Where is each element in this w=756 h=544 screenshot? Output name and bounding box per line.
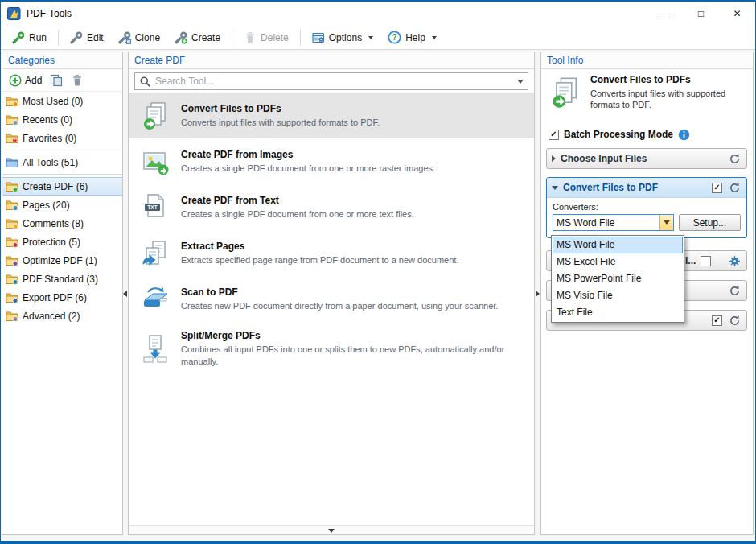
convert-files-section-label: Convert Files to PDF <box>563 182 707 193</box>
hidden-section-checkbox[interactable] <box>712 315 722 326</box>
info-icon[interactable] <box>678 129 690 141</box>
options-dropdown-icon <box>368 36 373 39</box>
folder-recents-icon <box>6 113 18 126</box>
dropdown-option-ms-powerpoint-file[interactable]: MS PowerPoint File <box>553 270 683 287</box>
converter-dropdown: MS Word FileMS Excel FileMS PowerPoint F… <box>551 235 684 323</box>
choose-input-files-section[interactable]: Choose Input Files <box>546 148 747 169</box>
category-item-export-pdf[interactable]: Export PDF (6) <box>2 288 122 307</box>
dropdown-option-ms-word-file[interactable]: MS Word File <box>553 237 683 253</box>
options-button[interactable]: Options <box>306 29 380 47</box>
tools-panel-header-label: Create PDF <box>134 55 185 66</box>
tool-description: Creates new PDF document directly from a… <box>181 300 498 312</box>
convert-files-icon <box>140 101 171 131</box>
search-box[interactable] <box>134 72 528 90</box>
category-item-pages[interactable]: Pages (20) <box>2 196 122 214</box>
category-label: Optimize PDF (1) <box>23 255 97 266</box>
run-icon <box>12 31 25 44</box>
reset-icon[interactable] <box>727 180 742 195</box>
convert-files-section-header[interactable]: Convert Files to PDF <box>547 178 746 198</box>
hidden-section-label: i... <box>685 255 696 266</box>
tool-info-text: Convert Files to PDFs Converts input fil… <box>590 74 739 121</box>
tools-panel-header: Create PDF <box>129 52 534 69</box>
pdf-from-images-icon <box>140 146 171 177</box>
category-item-all-tools[interactable]: All Tools (51) <box>2 153 122 171</box>
clone-button[interactable]: Clone <box>112 29 166 47</box>
folder-pages-icon <box>6 199 18 212</box>
search-dropdown-icon[interactable] <box>517 80 524 84</box>
delete-category-button[interactable] <box>71 74 84 87</box>
add-category-button[interactable]: Add <box>9 74 42 87</box>
tool-item-extract-pages[interactable]: Extract PagesExtracts specified page ran… <box>129 231 534 276</box>
folder-favorites-icon <box>6 132 18 145</box>
category-label: Advanced (2) <box>23 311 80 322</box>
svg-text:TXT: TXT <box>147 204 157 210</box>
convert-files-section: Convert Files to PDF Converters: MS Word… <box>546 177 747 238</box>
tool-item-scan-to-pdf[interactable]: Scan to PDFCreates new PDF document dire… <box>129 277 534 322</box>
folder-all-tools-icon <box>6 156 18 169</box>
run-button[interactable]: Run <box>6 29 53 47</box>
category-label: Export PDF (6) <box>23 292 87 303</box>
bottom-splitter[interactable] <box>129 525 534 534</box>
pdf-from-text-icon: TXT <box>140 192 171 223</box>
tool-item-split-merge-pdfs[interactable]: Split/Merge PDFsCombines all input PDFs … <box>129 323 534 375</box>
add-icon <box>9 74 22 87</box>
tool-info-panel: Tool Info Convert Files to PDFs Converts… <box>540 52 754 535</box>
help-button[interactable]: ? Help <box>381 28 443 47</box>
search-input[interactable] <box>155 76 513 87</box>
converters-combobox[interactable]: MS Word File <box>553 214 674 231</box>
tool-item-create-pdf-from-text[interactable]: TXTCreate PDF from TextCreates a single … <box>129 185 534 230</box>
category-item-comments[interactable]: Comments (8) <box>2 214 122 233</box>
convert-section-checkbox[interactable] <box>712 183 722 193</box>
expand-icon[interactable] <box>552 155 556 162</box>
create-button[interactable]: Create <box>168 29 227 47</box>
create-icon <box>175 31 187 44</box>
collapse-right-icon <box>536 291 540 297</box>
choose-input-files-label: Choose Input Files <box>561 153 647 164</box>
dropdown-option-ms-visio-file[interactable]: MS Visio File <box>553 287 683 304</box>
tool-item-create-pdf-from-images[interactable]: Create PDF from ImagesCreates a single P… <box>129 139 534 184</box>
reset-icon[interactable] <box>727 313 742 328</box>
category-label: Comments (8) <box>23 218 84 229</box>
setup-button[interactable]: Setup... <box>679 214 741 231</box>
edit-button[interactable]: Edit <box>64 29 110 47</box>
search-icon <box>139 76 151 88</box>
combobox-dropdown-button[interactable] <box>659 215 673 230</box>
category-item-optimize-pdf[interactable]: Optimize PDF (1) <box>2 251 122 270</box>
tool-title: Split/Merge PDFs <box>181 330 524 341</box>
folder-export-icon <box>6 291 18 304</box>
left-splitter[interactable] <box>122 52 128 535</box>
reset-icon[interactable] <box>727 283 742 298</box>
category-item-create-pdf[interactable]: Create PDF (6) <box>2 177 122 196</box>
delete-icon <box>244 31 257 44</box>
batch-mode-checkbox[interactable] <box>549 130 559 140</box>
folder-optimize-icon <box>6 254 18 267</box>
close-button[interactable]: ✕ <box>719 2 755 26</box>
hidden-section-checkbox[interactable] <box>701 256 711 266</box>
category-label: Protection (5) <box>23 237 80 248</box>
gear-icon[interactable] <box>727 253 742 268</box>
duplicate-category-button[interactable] <box>50 74 63 87</box>
category-item-protection[interactable]: Protection (5) <box>2 233 122 251</box>
category-item-advanced[interactable]: Advanced (2) <box>2 307 122 325</box>
delete-button[interactable]: Delete <box>237 29 295 47</box>
tool-description: Creates a single PDF document from one o… <box>181 163 435 175</box>
tool-text: Split/Merge PDFsCombines all input PDFs … <box>181 330 524 368</box>
minimize-button[interactable]: — <box>647 2 683 26</box>
converters-combobox-value: MS Word File <box>553 217 659 229</box>
tool-description: Converts input files with supported form… <box>181 117 380 129</box>
collapse-icon[interactable] <box>552 186 558 190</box>
reset-icon[interactable] <box>727 151 742 166</box>
folder-most-used-icon <box>6 95 18 108</box>
right-splitter[interactable] <box>535 52 540 535</box>
maximize-button[interactable]: □ <box>683 2 719 26</box>
category-item-recents[interactable]: Recents (0) <box>2 110 122 129</box>
category-item-pdf-standard[interactable]: PDF Standard (3) <box>2 270 122 288</box>
dropdown-option-ms-excel-file[interactable]: MS Excel File <box>553 253 683 270</box>
maximize-icon: □ <box>698 8 704 19</box>
dropdown-option-text-file[interactable]: Text File <box>553 304 683 321</box>
category-item-most-used[interactable]: Most Used (0) <box>2 92 122 110</box>
category-item-favorites[interactable]: Favorites (0) <box>2 129 122 147</box>
tool-item-convert-files-to-pdfs[interactable]: Convert Files to PDFsConverts input file… <box>129 93 534 138</box>
svg-text:?: ? <box>392 33 397 42</box>
help-icon: ? <box>388 31 401 44</box>
